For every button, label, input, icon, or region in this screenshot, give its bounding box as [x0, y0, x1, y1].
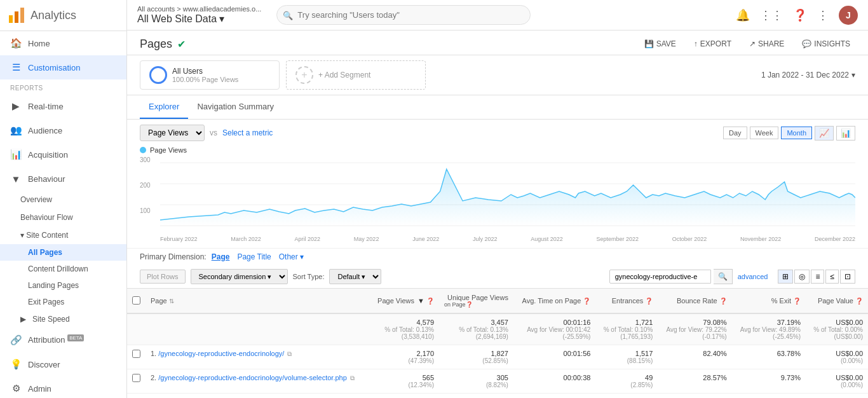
sidebar-item-exit-pages[interactable]: Exit Pages	[0, 294, 126, 310]
th-page-value[interactable]: Page Value ❓	[806, 289, 868, 313]
sort-arrow-pageviews: ▼	[417, 297, 424, 305]
discover-icon: 💡	[10, 359, 22, 370]
sidebar-item-attribution[interactable]: 🔗 Attribution BETA	[0, 328, 126, 352]
date-range-text: 1 Jan 2022 - 31 Dec 2022	[761, 71, 849, 79]
dim-option-page-title[interactable]: Page Title	[237, 252, 271, 261]
sidebar-label-discover: Discover	[28, 360, 60, 369]
insights-button[interactable]: 💬 INSIGHTS	[797, 37, 855, 51]
secondary-dimension-select[interactable]: Secondary dimension ▾	[191, 269, 288, 284]
logo: Analytics	[0, 0, 126, 31]
sidebar-item-behaviour[interactable]: ▼ Behaviour	[0, 167, 126, 191]
row2-page: 2. /gynecology-reproductive-endocrinolog…	[146, 369, 369, 394]
plot-rows-button[interactable]: Plot Rows	[140, 270, 186, 284]
property-selector[interactable]: All Web Site Data ▾	[137, 13, 261, 25]
total-entrances-sub: (1,765,193)	[600, 333, 653, 340]
th-pageviews[interactable]: Page Views ▼ ❓	[369, 289, 439, 313]
apps-icon[interactable]: ⋮⋮	[760, 8, 783, 22]
dim-option-page[interactable]: Page	[212, 252, 230, 261]
line-chart-button[interactable]: 📈	[815, 126, 834, 141]
th-entrances[interactable]: Entrances ❓	[595, 289, 658, 313]
sidebar-item-site-content[interactable]: ▾ Site Content	[0, 226, 126, 244]
behaviour-icon: ▼	[10, 173, 22, 184]
add-segment-label: + Add Segment	[318, 71, 370, 79]
chart-legend: Page Views	[140, 146, 855, 154]
save-button[interactable]: 💾 SAVE	[639, 37, 681, 51]
sidebar-label-home: Home	[28, 39, 50, 48]
row2-check[interactable]	[132, 374, 140, 382]
row1-external-icon[interactable]: ⧉	[287, 350, 292, 357]
sidebar-item-landing-pages[interactable]: Landing Pages	[0, 277, 126, 294]
sidebar-label-behaviour-flow: Behaviour Flow	[20, 213, 73, 222]
page-title: Pages	[140, 38, 172, 51]
sidebar-item-site-speed[interactable]: ▶ Site Speed	[0, 310, 126, 328]
x-label-feb: February 2022	[160, 236, 198, 242]
filter-input[interactable]	[609, 270, 711, 284]
week-button[interactable]: Week	[750, 127, 779, 139]
pivot-view-button[interactable]: ⊡	[840, 270, 855, 284]
day-button[interactable]: Day	[723, 127, 747, 139]
sidebar-item-audience[interactable]: 👥 Audience	[0, 118, 126, 142]
filter-search-button[interactable]: 🔍	[714, 269, 733, 284]
total-value-pct: % of Total: 0.00%	[811, 326, 863, 333]
th-unique-pageviews[interactable]: Unique Page Views on Page ❓	[439, 289, 513, 313]
insights-icon: 💬	[802, 39, 811, 48]
add-segment-button[interactable]: + + Add Segment	[286, 60, 426, 90]
row1-page-link[interactable]: /gynecology-reproductive-endocrinology/	[158, 350, 284, 357]
help-icon[interactable]: ❓	[793, 8, 807, 22]
sidebar-item-content-drilldown[interactable]: Content Drilldown	[0, 261, 126, 277]
y-label-300: 300	[140, 156, 159, 163]
th-exit[interactable]: % Exit ❓	[732, 289, 806, 313]
user-avatar[interactable]: J	[839, 6, 858, 25]
search-input[interactable]	[276, 5, 531, 25]
tab-navigation-summary[interactable]: Navigation Summary	[188, 95, 283, 119]
advanced-filter-link[interactable]: advanced	[738, 273, 768, 280]
metric-select[interactable]: Page Views	[140, 125, 205, 141]
th-avg-time[interactable]: Avg. Time on Page ❓	[513, 289, 595, 313]
comparison-view-button[interactable]: ≤	[825, 270, 839, 284]
attribution-icon: 🔗	[10, 334, 22, 346]
dim-option-other[interactable]: Other ▾	[279, 252, 304, 261]
notifications-icon[interactable]: 🔔	[736, 8, 750, 22]
total-pageviews-pct: % of Total: 0.13%	[374, 326, 434, 333]
share-button[interactable]: ↗ SHARE	[744, 37, 789, 51]
more-options-icon[interactable]: ⋮	[817, 8, 829, 22]
sidebar-item-all-pages[interactable]: All Pages	[0, 244, 126, 261]
sidebar-item-behaviour-flow[interactable]: Behaviour Flow	[0, 209, 126, 226]
th-page[interactable]: Page ⇅	[146, 289, 369, 313]
table-view-button[interactable]: ⊞	[778, 270, 793, 284]
sort-type-select[interactable]: Default ▾	[329, 269, 381, 284]
row2-external-icon[interactable]: ⧉	[350, 374, 355, 381]
segment-all-users[interactable]: All Users 100.00% Page Views	[140, 60, 280, 90]
x-label-mar: March 2022	[231, 236, 261, 242]
total-pageviews-sub: (3,538,410)	[374, 333, 434, 340]
sidebar-nav: 🏠 Home ☰ Customisation REPORTS ▶ Real-ti…	[0, 31, 126, 398]
export-button[interactable]: ↑ EXPORT	[689, 37, 736, 51]
th-bounce-rate[interactable]: Bounce Rate ❓	[658, 289, 731, 313]
sidebar-item-customisation[interactable]: ☰ Customisation	[0, 55, 126, 79]
reports-section-label: REPORTS	[0, 79, 126, 94]
chart-area: Page Views 300 200 100	[127, 146, 868, 248]
line-chart	[160, 156, 855, 233]
select-all-checkbox[interactable]	[132, 296, 140, 305]
pie-view-button[interactable]: ◎	[794, 270, 810, 284]
sidebar-item-home[interactable]: 🏠 Home	[0, 31, 126, 55]
row2-page-link[interactable]: /gynecology-reproductive-endocrinology/v…	[158, 374, 347, 381]
sidebar-item-realtime[interactable]: ▶ Real-time	[0, 94, 126, 118]
row2-value: US$0.00 (0.00%)	[806, 369, 868, 394]
row1-check[interactable]	[132, 350, 140, 358]
totals-bounce-cell: 79.08% Avg for View: 79.22% (-0.17%)	[658, 313, 731, 345]
select-metric-link[interactable]: Select a metric	[222, 128, 273, 137]
sidebar-item-acquisition[interactable]: 📊 Acquisition	[0, 142, 126, 167]
performance-view-button[interactable]: ≡	[811, 270, 824, 284]
chart-controls: Page Views vs Select a metric Day Week M…	[127, 120, 868, 146]
row3-bounce: 45.45%	[658, 394, 731, 399]
segment-name: All Users	[172, 67, 238, 76]
bar-chart-button[interactable]: 📊	[836, 126, 855, 141]
row1-checkbox	[127, 345, 146, 369]
date-range-selector[interactable]: 1 Jan 2022 - 31 Dec 2022 ▾	[761, 71, 855, 79]
sidebar-item-discover[interactable]: 💡 Discover	[0, 352, 126, 376]
sidebar-item-overview[interactable]: Overview	[0, 191, 126, 209]
tab-explorer[interactable]: Explorer	[140, 95, 188, 119]
month-button[interactable]: Month	[781, 127, 812, 139]
sidebar-item-admin[interactable]: ⚙ Admin	[0, 376, 126, 398]
